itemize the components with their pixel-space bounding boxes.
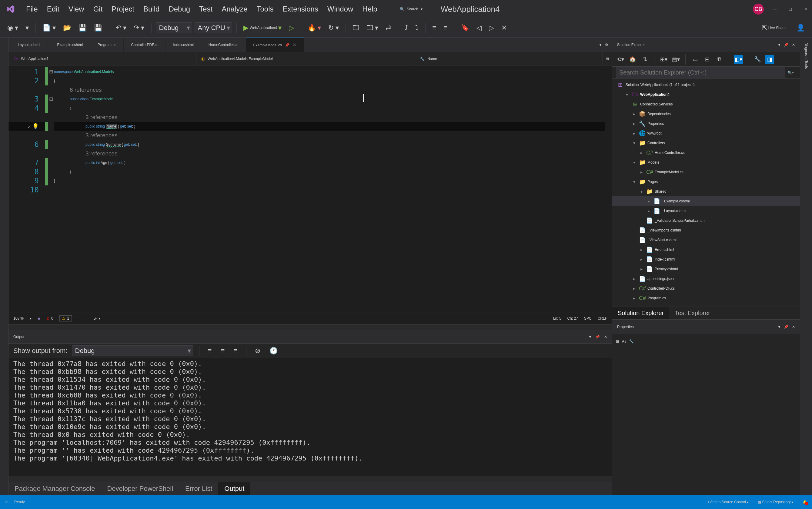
tree-node[interactable]: ▸C#Program.cs [612,293,800,303]
close-icon[interactable]: ✕ [804,7,807,11]
code-editor[interactable]: 1 2 3 4 5💡 6 7 8 9 10 ⊟namespace WebAppl… [8,65,612,312]
tree-node[interactable]: ▸📄Error.cshtml [612,245,800,254]
chevron-right-icon[interactable]: ▸ [639,267,644,271]
preview-icon[interactable]: ◧▾ [734,55,743,64]
output-source-dropdown[interactable]: Debug [72,345,193,356]
tab-pmc[interactable]: Package Manager Console [8,482,101,495]
clear-output-button[interactable]: ≡ [205,345,214,357]
menu-build[interactable]: Build [139,3,164,15]
show-all-icon[interactable]: ▭ [690,55,700,64]
tab-controllerpdf[interactable]: ControllerPDF.cs [124,38,166,52]
hot-reload-button[interactable]: 🔥 ▾ [305,22,323,34]
properties-icon[interactable]: 🔧 [753,55,762,64]
uncomment-button[interactable]: ≡ [441,22,450,34]
pin-icon[interactable]: 📌 [285,43,289,47]
undo-button[interactable]: ↶ ▾ [113,22,129,34]
tree-node[interactable]: ▾📁Controllers [612,138,800,148]
tab-program[interactable]: Program.cs [90,38,124,52]
diagnostics-tab[interactable]: Diagnostic Tools [804,42,808,69]
tab-example-cshtml[interactable]: _Example.cshtml [48,38,90,52]
tree-node[interactable]: ▸📄_Layout.cshtml [612,206,800,216]
clear-bookmarks-button[interactable]: ✕ [499,22,509,34]
home-icon[interactable]: 🏠 [628,55,637,64]
output-h-scrollbar[interactable] [8,476,612,482]
chevron-down-icon[interactable]: ▾ [632,160,637,165]
chevron-right-icon[interactable]: ▸ [632,286,637,291]
fold-icon[interactable]: ⊟ [49,95,53,104]
filter-button[interactable]: ⊘ [253,345,263,357]
overview-ruler[interactable] [605,65,612,312]
tree-node[interactable]: 📄_ValidationScriptsPartial.cshtml [612,216,800,226]
chevron-right-icon[interactable]: ▸ [646,208,651,213]
nav-class-dropdown[interactable]: ◧WebApplication4.Models.ExampleModel [196,52,415,65]
tab-layout[interactable]: _Layout.cshtml [8,38,48,52]
sln-node[interactable]: ⊞Solution 'WebApplication4' (1 of 1 proj… [612,80,800,90]
back-nav-button[interactable]: ◉ ▾ [5,22,21,34]
prev-issue-icon[interactable]: ↑ [78,316,80,320]
maximize-icon[interactable]: ▢ [789,7,792,11]
split-icon[interactable]: ⊞ [606,57,609,61]
tab-examplemodel[interactable]: ExampleModel.cs📌✕ [246,38,304,52]
insert-mode[interactable]: SPC [584,316,592,320]
nav-scope-dropdown[interactable]: C#WebApplication4 [8,52,196,65]
panel-dropdown-icon[interactable]: ▾ [589,335,591,339]
brush-icon[interactable]: 🖌 ▾ [94,316,100,320]
prev-bookmark-button[interactable]: ◁ [474,22,484,34]
pin-icon[interactable]: 📌 [784,325,788,329]
tree-node[interactable]: ▸C#ExampleModel.cs [612,167,800,177]
tab-errorlist[interactable]: Error List [179,482,218,495]
panel-dropdown-icon[interactable]: ▾ [778,325,780,329]
tree-node[interactable]: ▸📄Privacy.cshtml [612,264,800,274]
panel-dropdown-icon[interactable]: ▾ [778,43,780,47]
project-node[interactable]: ▾C#WebApplication4 [612,90,800,99]
new-item-button[interactable]: 📄 ▾ [40,22,58,34]
toggle-wrap-button[interactable]: ≡ [218,345,227,357]
tree-node[interactable]: ▸🌐wwwroot [612,129,800,138]
tree-node[interactable]: ▾📁Shared [612,186,800,196]
categorized-icon[interactable]: ⊞ [616,339,619,344]
tree-node[interactable]: ▸📄Index.cshtml [612,254,800,264]
tree-node[interactable]: 📄_ViewStart.cshtml [612,235,800,245]
line-ending[interactable]: CRLF [598,316,607,320]
copy-icon[interactable]: ⧉ [715,55,724,64]
tree-node[interactable]: ▸🔧Properties [612,119,800,129]
zoom-level[interactable]: 108 % [13,316,24,320]
next-bookmark-button[interactable]: ▷ [486,22,496,34]
tree-node[interactable]: 📄_ViewImports.cshtml [612,226,800,235]
chevron-right-icon[interactable]: ▸ [646,199,651,204]
chevron-right-icon[interactable]: ▸ [632,296,637,301]
tree-node[interactable]: ▾📁Models [612,158,800,167]
tab-index[interactable]: Index.cshtml [166,38,201,52]
chevron-right-icon[interactable]: ▸ [639,150,644,155]
browse-button[interactable]: 🗔 [350,22,362,34]
alphabetical-icon[interactable]: A↓ [622,339,626,344]
comment-button[interactable]: ≡ [430,22,439,34]
browse2-button[interactable]: 🗔 ▾ [364,22,381,34]
track-icon[interactable]: ◨ [765,55,774,64]
start-debug-button[interactable]: ▶ WebApplication4 ▾ [241,22,284,34]
menu-debug[interactable]: Debug [164,3,194,15]
chevron-right-icon[interactable]: ▸ [639,257,644,262]
chevron-right-icon[interactable]: ▸ [632,131,637,136]
config-dropdown[interactable]: Debug [156,23,192,33]
menu-extensions[interactable]: Extensions [279,3,323,15]
nav-member-dropdown[interactable]: 🔧Name [415,52,603,65]
tab-powershell[interactable]: Developer PowerShell [101,482,179,495]
select-repository[interactable]: ▦ Select Repository ▴ [758,500,793,504]
add-source-control[interactable]: ↑ Add to Source Control ▴ [708,500,749,504]
chevron-right-icon[interactable]: ▸ [639,170,644,174]
code-content[interactable]: ⊟namespace WebApplication4.Models { 6 re… [48,65,605,312]
output-text[interactable]: The thread 0x77a8 has exited with code 0… [8,358,612,476]
chevron-right-icon[interactable]: ▸ [632,111,637,116]
tree-node-selected[interactable]: ▸📄_Example.cshtml [612,196,800,206]
next-issue-icon[interactable]: ↓ [86,316,88,320]
menu-git[interactable]: Git [89,3,107,15]
collapse-icon[interactable]: ⊟ [703,55,712,64]
tree-node[interactable]: ⊕Connected Services [612,99,800,109]
chevron-down-icon[interactable]: ▾ [632,141,637,145]
menu-view[interactable]: View [64,3,89,15]
tab-close-icon[interactable]: ✕ [292,42,296,48]
error-count[interactable]: ⊘0 [46,316,53,320]
restart-button[interactable]: ↻ ▾ [326,22,341,34]
chevron-right-icon[interactable]: ▸ [632,121,637,126]
